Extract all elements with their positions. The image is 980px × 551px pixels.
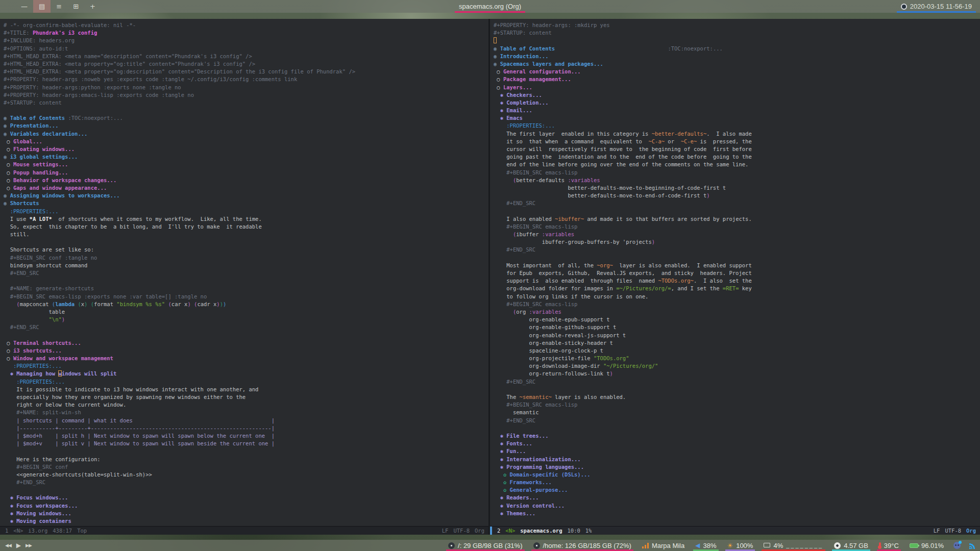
layout-stacked-icon[interactable]: ▤ — [33, 0, 51, 13]
scroll-indicator: Top — [77, 528, 87, 534]
buffer-spacemacs-org[interactable]: #+PROPERTY: header-args: :mkdirp yes#+ST… — [490, 19, 980, 526]
buffer-line: ○ Gaps and window appearance... — [4, 185, 488, 192]
buffer-line: ◉ Spacemacs layers and packages... — [494, 61, 980, 68]
buffer-line: ✿ Domain-specific (DSLs)... — [494, 471, 980, 479]
module-battery-value: 96.01% — [921, 542, 944, 549]
module-disk-root-value: /: 29 GB/98 GB (31%) — [458, 542, 522, 549]
i3bar-top: —▤≡⊞+ spacemacs.org (Org) 2020-03-15 11-… — [0, 0, 980, 13]
play-button[interactable]: ▶ — [16, 542, 20, 549]
buffer-line: #+NAME: generate-shortcuts — [4, 285, 488, 293]
buffer-line: |-----------+---------+-----------------… — [4, 425, 488, 433]
module-disk-home-value: /home: 126 GB/185 GB (72%) — [543, 542, 631, 549]
buffer-line: org-projectile-file "TODOs.org" — [494, 355, 980, 363]
polybar-bottom: ◀◀▶▶▶ /: 29 GB/98 GB (31%)/home: 126 GB/… — [0, 540, 980, 551]
evil-state: <N> — [505, 528, 515, 534]
buffer-line: ✿ Frameworks... — [494, 479, 980, 487]
scroll-indicator: 1% — [585, 528, 592, 534]
buffer-line: ✱ Focus windows... — [4, 494, 488, 502]
discord-tray-icon[interactable] — [953, 542, 961, 549]
buffer-line — [4, 239, 488, 246]
buffer-line: #+BEGIN_SRC emacs-lisp — [494, 402, 980, 409]
module-cpu-value: 4% — [773, 542, 783, 549]
modeline-right: 2 <N> spacemacs.org 10:0 1% LF UTF-8 Org — [490, 526, 980, 535]
layout-grid-icon[interactable]: ⊞ — [67, 0, 84, 13]
previous-track-button[interactable]: ◀◀ — [5, 543, 11, 548]
buffer-line — [4, 448, 488, 456]
buffer-line: cursor will respectively first move to t… — [494, 146, 980, 154]
buffer-line: ○ Mouse settings... — [4, 161, 488, 169]
thermometer-icon — [879, 542, 881, 548]
buffer-line: still. — [4, 231, 488, 239]
module-memory: 4.57 GB — [833, 540, 869, 551]
buffer-line: :PROPERTIES:... — [4, 379, 488, 386]
buffer-line: ✱ Internationalization... — [494, 456, 980, 464]
cursor-position: 438:17 — [53, 528, 72, 534]
buffer-line: ✱ Fonts... — [494, 440, 980, 448]
buffer-line: The first layer enabled in this category… — [494, 131, 980, 138]
buffer-line: ✱ Moving containers — [4, 518, 488, 525]
buffer-line: #+PROPERTY: header-args :noweb yes :expo… — [4, 76, 488, 84]
buffer-line: ✱ Focus workspaces... — [4, 503, 488, 510]
wifi-tray-icon[interactable] — [969, 542, 976, 549]
buffer-line: | $mod+h | split h | Next window to spaw… — [4, 433, 488, 440]
buffer-line: ○ Package management... — [494, 76, 980, 84]
module-brightness-value: 100% — [736, 542, 753, 549]
buffer-line: end of the line before going over the en… — [494, 161, 980, 169]
buffer-line: #+BEGIN_SRC emacs-lisp :exports none :va… — [4, 293, 488, 301]
speaker-icon: ◀ — [695, 542, 700, 549]
buffer-name: spacemacs.org — [520, 528, 562, 534]
buffer-i3-org[interactable]: # -*- org-confirm-babel-evaluate: nil -*… — [0, 19, 488, 526]
buffer-line: org-download-image-dir "~/Pictures/org/" — [494, 363, 980, 370]
next-track-button[interactable]: ▶▶ — [26, 543, 32, 548]
buffer-line: ◉ Table of Contents :TOC:noexport:... — [494, 45, 980, 53]
modeline-left: 1 <N> i3.org 438:17 Top LF UTF-8 Org — [0, 526, 488, 535]
buffer-line: org-return-follows-link t) — [494, 370, 980, 378]
buffer-line: #+INCLUDE: headers.org — [4, 37, 488, 45]
layout-splith-icon[interactable]: — — [15, 0, 33, 13]
buffer-line: #+BEGIN_SRC emacs-lisp — [494, 301, 980, 309]
evil-state: <N> — [13, 528, 23, 534]
workspace-add-icon[interactable]: + — [84, 0, 101, 13]
buffer-line: #+END_SRC — [494, 246, 980, 254]
buffer-line: #+END_SRC — [4, 324, 488, 332]
module-battery: 96.01% — [909, 540, 945, 551]
buffer-line: #+STARTUP: content — [494, 30, 980, 37]
module-temperature-value: 39°C — [884, 542, 899, 549]
buffer-line: ○ Floating windows... — [4, 146, 488, 154]
buffer-line: it so that when a command equivalent to … — [494, 138, 980, 146]
buffer-line: #+HTML_HEAD_EXTRA: <meta name="descripti… — [4, 53, 488, 61]
buffer-line: ✱ Checkers... — [494, 92, 980, 99]
buffer-line — [494, 425, 980, 433]
encoding-indicator: UTF-8 — [453, 528, 470, 534]
module-volume: ◀38% — [694, 540, 717, 551]
buffer-line: right or below the current window. — [4, 402, 488, 409]
layout-tabbed-icon[interactable]: ≡ — [51, 0, 67, 13]
buffer-line: table — [4, 309, 488, 316]
buffer-line: ◉ Table of Contents :TOC:noexport:... — [4, 115, 488, 122]
module-brightness: ☀100% — [726, 540, 754, 551]
buffer-line: spaceline-org-clock-p t — [494, 347, 980, 355]
eol-indicator: LF — [934, 528, 940, 534]
buffer-line: ✱ Moving windows... — [4, 510, 488, 518]
buffer-line: ◉ Assigning windows to workspaces... — [4, 192, 488, 200]
buffer-line: org-enable-epub-support t — [494, 316, 980, 324]
buffer-line: org-enable-sticky-header t — [494, 340, 980, 347]
buffer-line: ○ Global... — [4, 138, 488, 146]
buffer-line: | shortcuts | command | what it does | — [4, 417, 488, 425]
desktop: —▤≡⊞+ spacemacs.org (Org) 2020-03-15 11-… — [0, 0, 980, 551]
buffer-line: #+END_SRC — [4, 479, 488, 487]
disc-icon — [834, 542, 841, 549]
module-temperature: 39°C — [878, 540, 900, 551]
buffer-line: #+HTML_HEAD_EXTRA: <meta property="og:ti… — [4, 61, 488, 68]
buffer-line: ○ i3 shortcuts... — [4, 347, 488, 355]
buffer-line: :PROPERTIES:... — [494, 122, 980, 130]
editor-window-i3-org: # -*- org-confirm-babel-evaluate: nil -*… — [0, 19, 488, 535]
buffer-line: ○ Terminal shortcuts... — [4, 340, 488, 347]
module-disk-home: /home: 126 GB/185 GB (72%) — [532, 540, 632, 551]
buffer-line: going past the indentation and to the en… — [494, 154, 980, 161]
editor-window-spacemacs-org: #+PROPERTY: header-args: :mkdirp yes#+ST… — [490, 19, 980, 535]
buffer-line: It is possible to indicate to i3 how win… — [4, 386, 488, 394]
module-disk-root: /: 29 GB/98 GB (31%) — [447, 540, 523, 551]
buffer-line: org-enable-reveal-js-support t — [494, 332, 980, 340]
buffer-line: <<generate-shortcuts(table=split-win-sh)… — [4, 471, 488, 479]
